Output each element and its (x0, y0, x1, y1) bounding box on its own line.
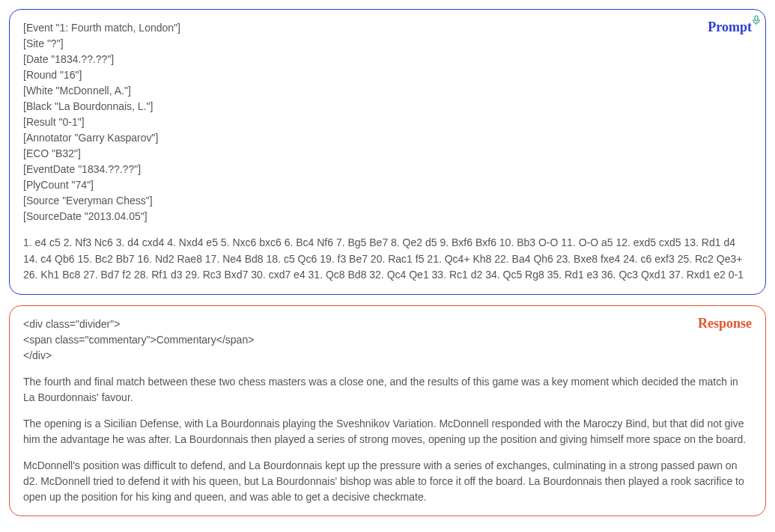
pgn-header-line: [Site "?"] (23, 36, 752, 52)
pgn-header-line: [SourceDate "2013.04.05"] (23, 209, 752, 224)
pgn-header-line: [Result "0-1"] (23, 114, 752, 130)
pgn-header-line: [Black "La Bourdonnais, L."] (23, 99, 752, 114)
response-paragraph: The fourth and final match between these… (23, 374, 752, 406)
pgn-header-line: [Event "1: Fourth match, London"] (23, 20, 752, 36)
response-card: Response <div class="divider"> <span cla… (9, 305, 766, 516)
pgn-header-line: [Annotator "Garry Kasparov"] (23, 130, 752, 146)
response-label: Response (698, 314, 752, 334)
pgn-header-line: [Round "16"] (23, 67, 752, 83)
pgn-header-line: [White "McDonnell, A."] (23, 83, 752, 99)
prompt-card: Prompt [Event "1: Fourth match, London"]… (9, 9, 766, 295)
response-paragraph: The opening is a Sicilian Defense, with … (23, 416, 752, 447)
code-line: </div> (23, 348, 752, 364)
mic-icon[interactable] (752, 14, 761, 30)
pgn-headers: [Event "1: Fourth match, London"] [Site … (23, 20, 752, 224)
pgn-moves: 1. e4 c5 2. Nf3 Nc6 3. d4 cxd4 4. Nxd4 e… (23, 235, 752, 284)
pgn-header-line: [PlyCount "74"] (23, 177, 752, 193)
pgn-header-line: [EventDate "1834.??.??"] (23, 162, 752, 177)
commentary-divider-code: <div class="divider"> <span class="comme… (23, 317, 752, 364)
pgn-header-line: [Source "Everyman Chess"] (23, 193, 752, 209)
response-paragraph: McDonnell's position was difficult to de… (23, 458, 752, 505)
prompt-label: Prompt (708, 17, 752, 37)
code-line: <div class="divider"> (23, 317, 752, 332)
code-line: <span class="commentary">Commentary</spa… (23, 332, 752, 348)
pgn-header-line: [ECO "B32"] (23, 146, 752, 162)
pgn-header-line: [Date "1834.??.??"] (23, 52, 752, 67)
svg-rect-0 (755, 16, 758, 21)
